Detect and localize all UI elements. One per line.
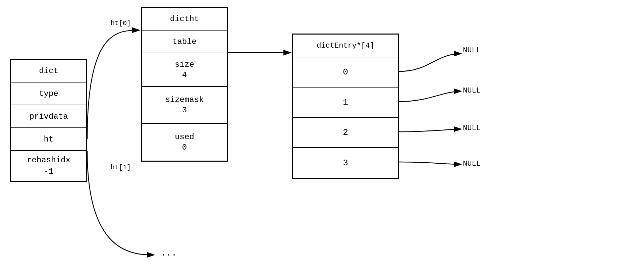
dictht-table: table — [142, 31, 227, 53]
dictentry-header: dictEntry*[4] — [293, 35, 398, 57]
dictht-struct: dictht table size 4 sizemask 3 used 0 — [141, 7, 228, 162]
dictentry-2: 2 — [293, 118, 398, 148]
dict-struct: dict type privdata ht rehashidx-1 — [10, 59, 87, 182]
null-label-1: NULL — [463, 46, 481, 55]
dictht-size: size 4 — [142, 53, 227, 87]
dict-cell-rehashidx: rehashidx-1 — [11, 151, 86, 181]
null-label-2: NULL — [463, 87, 481, 95]
null-label-4: NULL — [463, 160, 481, 168]
ht0-label: ht[0] — [111, 19, 131, 27]
dots-label: ... — [161, 248, 177, 258]
dictentry-1: 1 — [293, 88, 398, 118]
dictentry-0: 0 — [293, 57, 398, 88]
dictentry-struct: dictEntry*[4] 0 1 2 3 — [292, 34, 399, 179]
dict-cell-ht: ht — [11, 128, 86, 151]
dictht-header: dictht — [142, 8, 227, 31]
diagram: dict type privdata ht rehashidx-1 ht[0] … — [0, 0, 644, 279]
dictentry-3: 3 — [293, 148, 398, 178]
dict-cell-privdata: privdata — [11, 105, 86, 128]
dictht-sizemask: sizemask 3 — [142, 87, 227, 124]
dict-cell-type: type — [11, 82, 86, 105]
null-label-3: NULL — [463, 124, 481, 132]
dict-cell-dict: dict — [11, 60, 86, 82]
dictht-used: used 0 — [142, 124, 227, 161]
ht1-label: ht[1] — [111, 164, 131, 171]
